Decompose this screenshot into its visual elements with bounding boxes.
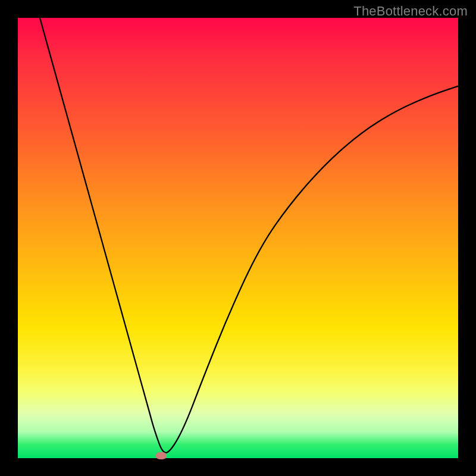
curve-layer bbox=[18, 18, 458, 458]
minimum-marker bbox=[156, 452, 167, 459]
watermark-text: TheBottleneck.com bbox=[353, 4, 468, 19]
chart-canvas: TheBottleneck.com bbox=[0, 0, 476, 476]
plot-area bbox=[18, 18, 458, 458]
bottleneck-curve bbox=[40, 18, 458, 453]
